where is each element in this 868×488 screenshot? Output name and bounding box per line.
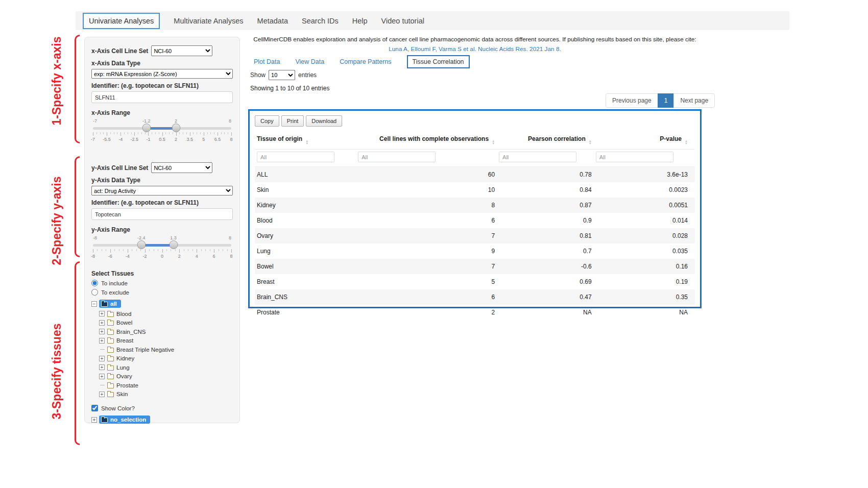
range-min-label: -7 — [93, 118, 97, 124]
tree-item-ovary[interactable]: +Ovary — [99, 372, 233, 381]
expand-icon[interactable]: + — [99, 338, 105, 344]
nav-tab-multivariate-analyses[interactable]: Multivariate Analyses — [174, 17, 243, 25]
show-color-checkbox[interactable] — [91, 405, 98, 411]
table-row: Brain_CNS60.470.35 — [255, 289, 695, 305]
expand-icon[interactable]: + — [91, 417, 97, 423]
download-button[interactable]: Download — [306, 115, 342, 127]
tree-item-prostate[interactable]: Prostate — [99, 381, 233, 390]
filter-input-p-value[interactable] — [596, 152, 673, 162]
expand-icon[interactable]: + — [99, 356, 105, 361]
include-radio-row[interactable]: To include — [91, 280, 233, 286]
exclude-radio-row[interactable]: To exclude — [91, 289, 233, 296]
previous-page-button[interactable]: Previous page — [606, 93, 658, 108]
tree-item-label: Breast Triple Negative — [116, 347, 174, 353]
entries-select[interactable]: 10 — [269, 70, 295, 80]
range-handle-to[interactable] — [169, 240, 178, 249]
slider-minor-tick — [117, 132, 117, 134]
slider-tick — [197, 249, 197, 253]
tree-node-label: all — [110, 301, 117, 307]
tree-item-skin[interactable]: +Skin — [99, 390, 233, 399]
nav-tab-metadata[interactable]: Metadata — [257, 17, 288, 25]
show-color-row[interactable]: Show Color? — [91, 405, 233, 411]
x-cell-line-set-label: x-Axis Cell Line Set — [91, 47, 148, 55]
slider-tick-label: -5.5 — [103, 137, 111, 142]
nav-tab-univariate-analyses[interactable]: Univariate Analyses — [83, 13, 160, 29]
filter-input-tissue-of-origin[interactable] — [257, 152, 334, 162]
tree-node-all[interactable]: all — [99, 300, 121, 308]
x-cell-line-set-select[interactable]: NCI-60 — [151, 45, 212, 56]
range-handle-from[interactable] — [137, 240, 146, 249]
subtab-tissue-correlation[interactable]: Tissue Correlation — [407, 55, 470, 68]
slider-tick — [218, 132, 218, 136]
range-handle-from[interactable] — [142, 124, 151, 132]
y-identifier-input[interactable] — [91, 208, 233, 220]
tree-item-blood[interactable]: +Blood — [99, 309, 233, 319]
slider-minor-tick — [183, 132, 183, 134]
column-header-p-value[interactable]: P-value▲▼ — [594, 131, 695, 150]
nav-tab-video-tutorial[interactable]: Video tutorial — [381, 17, 424, 25]
nav-tab-help[interactable]: Help — [352, 17, 368, 25]
table-cell: 0.69 — [497, 274, 594, 289]
slider-minor-tick — [166, 249, 167, 251]
subtab-compare-patterns[interactable]: Compare Patterns — [340, 58, 391, 65]
column-header-pearson-correlation[interactable]: Pearson correlation▲▼ — [497, 131, 594, 150]
sidebar-panel: x-Axis Cell Line Set NCI-60 x-Axis Data … — [84, 37, 240, 423]
expand-icon[interactable]: + — [99, 311, 105, 316]
sort-icon[interactable]: ▲▼ — [492, 140, 495, 145]
column-header-tissue-of-origin[interactable]: Tissue of origin▲▼ — [255, 131, 356, 150]
sort-icon[interactable]: ▲▼ — [685, 140, 688, 145]
sort-icon[interactable]: ▲▼ — [305, 140, 308, 145]
nav-tab-search-ids[interactable]: Search IDs — [302, 17, 339, 25]
exclude-radio[interactable] — [91, 289, 98, 296]
citation-link-row: Luna A, Elloumi F, Varma S et al. Nuclei… — [248, 45, 702, 53]
slider-tick-label: -8 — [91, 254, 95, 259]
subtab-view-data[interactable]: View Data — [295, 58, 324, 65]
next-page-button[interactable]: Next page — [673, 93, 715, 108]
tree-item-bowel[interactable]: +Bowel — [99, 319, 233, 328]
filter-input-pearson-correlation[interactable] — [499, 152, 576, 162]
tissue-correlation-panel: CopyPrintDownload Tissue of origin▲▼Cell… — [248, 109, 702, 308]
sort-down-arrow: ▼ — [305, 142, 308, 145]
tree-node-no-selection[interactable]: no_selection — [99, 416, 150, 424]
tree-item-kidney[interactable]: +Kidney — [99, 354, 233, 363]
expand-icon[interactable]: + — [99, 364, 105, 370]
slider-minor-tick — [110, 132, 111, 134]
current-page-button[interactable]: 1 — [658, 93, 674, 108]
include-radio[interactable] — [91, 280, 98, 286]
x-data-type-select[interactable]: exp: mRNA Expression (Z-Score) — [91, 69, 233, 79]
sort-down-arrow: ▼ — [492, 142, 495, 145]
range-handle-to[interactable] — [172, 124, 180, 132]
folder-icon — [107, 383, 114, 388]
expand-icon[interactable]: + — [99, 392, 105, 397]
x-identifier-label: Identifier: (e.g. topotecan or SLFN11) — [91, 82, 233, 89]
range-from-label: -1.2 — [142, 118, 151, 124]
collapse-icon[interactable]: − — [91, 301, 97, 307]
column-header-cell-lines-with-complete-observations[interactable]: Cell lines with complete observations▲▼ — [356, 131, 497, 150]
print-button[interactable]: Print — [281, 115, 304, 127]
tree-node-label: no_selection — [110, 417, 146, 423]
expand-icon[interactable]: + — [99, 374, 105, 379]
citation-link[interactable]: Luna A, Elloumi F, Varma S et al. Nuclei… — [389, 45, 561, 53]
y-data-type-select[interactable]: act: Drug Activity — [91, 186, 233, 196]
tree-item-lung[interactable]: +Lung — [99, 363, 233, 372]
folder-icon — [101, 302, 108, 307]
table-cell: ALL — [255, 167, 356, 183]
tree-item-brain-cns[interactable]: +Brain_CNS — [99, 327, 233, 336]
copy-button[interactable]: Copy — [255, 115, 279, 127]
subtab-plot-data[interactable]: Plot Data — [254, 58, 280, 65]
bracket-tissues — [75, 261, 80, 445]
filter-input-cell-lines-with-complete-observations[interactable] — [358, 152, 436, 162]
y-cell-line-set-select[interactable]: NCI-60 — [151, 162, 212, 173]
slider-minor-tick — [205, 249, 206, 251]
filter-cell — [497, 150, 594, 167]
slider-tick-label: 2 — [175, 137, 177, 142]
table-row: Bowel7-0.60.16 — [255, 259, 695, 274]
table-cell: 0.028 — [594, 228, 695, 243]
expand-icon[interactable]: + — [99, 320, 105, 326]
sort-icon[interactable]: ▲▼ — [589, 140, 592, 145]
annotation-y-axis-label: 2-Specify y-axis — [51, 176, 64, 265]
expand-icon[interactable]: + — [99, 329, 105, 334]
tree-item-breast[interactable]: +Breast — [99, 336, 233, 346]
tree-item-breast-triple-negative[interactable]: Breast Triple Negative — [99, 345, 233, 354]
x-identifier-input[interactable] — [91, 91, 233, 103]
